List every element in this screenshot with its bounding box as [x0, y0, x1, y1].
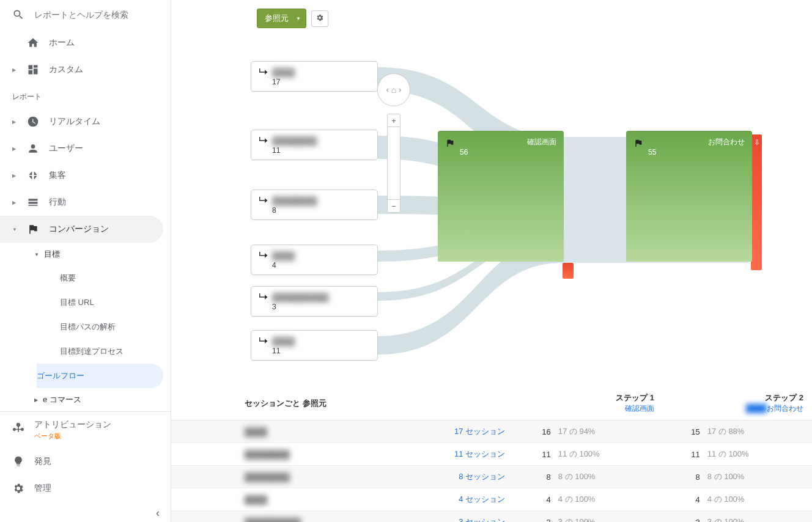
nav-goals-flow[interactable]: ゴールフロー [37, 364, 163, 388]
beta-badge: ベータ版 [34, 432, 111, 441]
table-header-source[interactable]: セッションごと 参照元 [171, 386, 428, 421]
home-icon [27, 37, 39, 49]
table-cell-sessions[interactable]: 11 セッション [428, 443, 514, 466]
table-cell-step2-pct: 17 の 88% [703, 421, 812, 443]
table-cell-sessions[interactable]: 8 セッション [428, 466, 514, 488]
source-node-label: ████ [272, 337, 295, 346]
zoom-out-button[interactable]: − [388, 200, 400, 212]
table-cell-sessions[interactable]: 17 セッション [428, 421, 514, 443]
search-icon [12, 9, 24, 21]
table-cell-step1-pct: 8 の 100% [553, 466, 663, 488]
flag-icon [27, 223, 39, 235]
table-cell-step1-pct: 11 の 100% [553, 443, 663, 466]
nav-goals-reverse-path[interactable]: 目標パスの解析 [60, 315, 171, 339]
flow-source-node[interactable]: ████ 17 [251, 61, 378, 92]
step-2-count: 55 [648, 148, 745, 156]
expand-caret-icon: ▶ [12, 67, 17, 73]
nav-home-label: ホーム [49, 37, 75, 48]
expand-caret-icon: ▶ [12, 119, 17, 125]
expand-caret-icon: ▶ [12, 200, 17, 205]
gear-icon [12, 482, 24, 494]
nav-goals-overview[interactable]: 概要 [60, 266, 171, 290]
table-cell-sessions[interactable]: 4 セッション [428, 488, 514, 511]
nav-home[interactable]: ホーム [0, 29, 171, 56]
flow-source-node[interactable]: ████ 11 [251, 330, 378, 361]
flow-nav-button[interactable]: ‹ ⌂ › [377, 73, 410, 106]
source-node-label: ████ [272, 251, 295, 260]
table-cell-step2-count: 8 [663, 466, 703, 488]
enter-icon [257, 336, 268, 347]
enter-icon [257, 67, 268, 78]
nav-ecommerce-label: e コマース [43, 394, 81, 405]
flow-source-node[interactable]: ████████ 8 [251, 189, 378, 220]
search-input[interactable] [34, 10, 158, 20]
table-cell-source: ████████ [245, 450, 290, 459]
toolbar: 参照元 [171, 0, 812, 37]
table-cell-step1-count: 4 [514, 488, 553, 511]
source-node-count: 17 [272, 78, 371, 86]
flag-icon [633, 138, 643, 148]
nav-realtime[interactable]: ▶ リアルタイム [0, 108, 171, 135]
table-cell-sessions[interactable]: 3 セッション [428, 511, 514, 523]
flow-source-node[interactable]: ████████ 11 [251, 130, 378, 160]
nav-custom-label: カスタム [49, 64, 83, 75]
step-2-dropoff: ⇩ [751, 134, 762, 270]
table-cell-step1-count: 16 [514, 421, 553, 443]
step-1-count: 56 [460, 148, 556, 156]
table-cell-step2-count: 4 [663, 488, 703, 511]
table-cell-step1-count: 11 [514, 443, 553, 466]
dimension-dropdown[interactable]: 参照元 [257, 9, 306, 28]
source-node-label: ████ [272, 68, 295, 77]
chevron-right-icon: › [399, 86, 401, 94]
table-cell-step1-pct: 4 の 100% [553, 488, 663, 511]
flag-icon [445, 138, 455, 148]
nav-goals[interactable]: ▼ 目標 [0, 243, 171, 266]
nav-discover[interactable]: 発見 [0, 448, 171, 475]
zoom-slider[interactable] [388, 127, 400, 200]
source-node-count: 4 [272, 261, 371, 270]
nav-goals-funnel[interactable]: 目標到達プロセス [60, 339, 171, 364]
enter-icon [257, 135, 268, 146]
table-cell-step2-pct: 3 の 100% [703, 511, 812, 523]
table-header-step1[interactable]: ステップ 1 確認画面 [514, 386, 663, 421]
table-cell-step2-pct: 4 の 100% [703, 488, 812, 511]
collapse-caret-icon: ▼ [34, 252, 39, 257]
nav-goals-label: 目標 [44, 249, 60, 260]
table-cell-step1-count: 3 [514, 511, 553, 523]
reports-section-label: レポート [0, 83, 171, 108]
nav-behavior[interactable]: ▶ 行動 [0, 189, 171, 216]
source-node-count: 11 [272, 347, 371, 355]
flow-source-node[interactable]: ████ 4 [251, 244, 378, 275]
nav-attribution[interactable]: アトリビューション ベータ版 [0, 412, 171, 448]
table-cell-source: ██████████ [245, 518, 301, 523]
chevron-left-icon: ‹ [386, 86, 389, 94]
nav-acquisition[interactable]: ▶ 集客 [0, 162, 171, 189]
step-1-dropoff [563, 263, 574, 279]
goals-submenu: 概要 目標 URL 目標パスの解析 目標到達プロセス ゴールフロー [0, 266, 171, 388]
expand-caret-icon: ▶ [34, 397, 38, 403]
nav-audience[interactable]: ▶ ユーザー [0, 135, 171, 162]
flow-step-2[interactable]: お問合わせ 55 [626, 131, 752, 262]
zoom-track: + − [387, 114, 400, 213]
enter-icon [257, 292, 268, 303]
nav-custom[interactable]: ▶ カスタム [0, 56, 171, 83]
flow-source-node[interactable]: ██████████ 3 [251, 286, 378, 317]
table-header-step2[interactable]: ステップ 2 ████お問合わせ [663, 386, 812, 421]
nav-ecommerce[interactable]: ▶ e コマース [0, 388, 171, 411]
gear-icon [316, 15, 324, 24]
table-cell-step2-count: 11 [663, 443, 703, 466]
flow-step-1[interactable]: 確認画面 56 [438, 131, 564, 262]
nav-attribution-label: アトリビューション [34, 419, 111, 430]
nav-admin[interactable]: 管理 [0, 475, 171, 502]
zoom-in-button[interactable]: + [388, 114, 400, 127]
source-node-label: ████████ [272, 136, 317, 145]
table-cell-step2-count: 15 [663, 421, 703, 443]
table-row: ████ 4 セッション 4 4 の 100% 4 4 の 100% [171, 488, 812, 511]
search-row [0, 0, 171, 29]
sidebar-collapse-button[interactable]: ‹ [0, 502, 171, 522]
nav-conversions[interactable]: ▼ コンバージョン [0, 216, 163, 243]
source-node-label: ████████ [272, 196, 317, 205]
settings-button[interactable] [311, 10, 328, 27]
attribution-icon [12, 422, 24, 434]
nav-goals-url[interactable]: 目標 URL [60, 290, 171, 315]
